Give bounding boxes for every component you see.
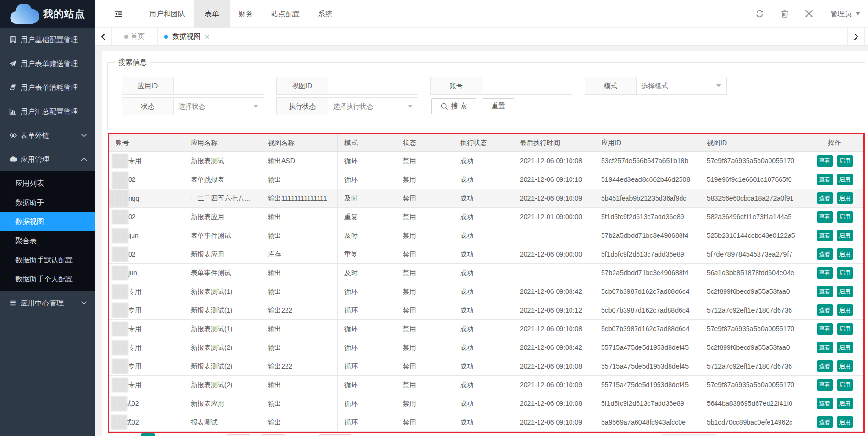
sidebar-item-0[interactable]: 用户基础配置管理 [0,28,95,52]
form-label-3: 模式 [585,77,637,95]
view-button[interactable]: 查看 [817,192,833,204]
enable-button[interactable]: 启用 [837,230,853,241]
cell-status: 禁用 [396,170,453,189]
form-text-input[interactable] [482,77,572,94]
account-text: 专用 [128,157,142,165]
user-menu[interactable]: 管理员 [830,0,860,28]
view-button[interactable]: 查看 [817,267,833,279]
enable-button[interactable]: 启用 [837,323,853,335]
view-button[interactable]: 查看 [817,304,833,316]
form-select-5[interactable]: 选择执行状态 [328,97,418,115]
form-label-5: 执行状态 [276,97,328,115]
sidebar-subitem-1[interactable]: 数据助手 [0,193,95,212]
account-text: ijun [128,232,139,239]
cell-view_name: 输出 [261,376,338,394]
enable-button[interactable]: 启用 [837,416,853,428]
trash-icon[interactable] [781,10,789,18]
topnav-item-1[interactable]: 表单 [194,0,230,28]
tab-home-label: 首页 [131,32,145,41]
form-input-0[interactable] [173,77,264,95]
sidebar-item-3[interactable]: 用户汇总配置管理 [0,100,95,123]
pagination-current-page[interactable] [141,433,155,436]
user-name: 管理员 [830,10,852,19]
table-row: ijun表单事件测试输出及时禁用成功57b2a5dbdd71bc3e490688… [109,226,863,245]
tab-home[interactable]: 首页 [112,28,158,45]
sidebar-subitem-3[interactable]: 聚合表 [0,231,95,250]
view-button[interactable]: 查看 [817,398,833,409]
enable-button[interactable]: 启用 [837,379,853,391]
sidebar-item-4[interactable]: 表单外链 [0,123,95,147]
enable-button[interactable]: 启用 [837,267,853,279]
tabs-scroll-right-button[interactable] [847,28,864,45]
reset-button[interactable]: 重置 [483,98,514,114]
cell-account: 专用 [109,282,184,301]
topnav-item-0[interactable]: 用户和团队 [140,0,194,28]
sidebar-subitem-0[interactable]: 应用列表 [0,174,95,193]
form-input-2[interactable] [482,77,572,95]
table-row: 试02新报表应用输出循环禁用成功2021-12-06 09:10:085f1d5… [109,394,863,413]
enable-button[interactable]: 启用 [837,192,853,204]
cell-app_name: 新报表测试(2) [184,357,261,376]
enable-button[interactable]: 启用 [837,211,853,223]
search-button[interactable]: 搜 索 [431,98,476,114]
sidebar-subitem-4[interactable]: 数据助手默认配置 [0,250,95,269]
cell-app_id: 5f1d5fc9f2d613c7add36e89 [594,245,700,264]
cell-account: 02 [109,208,184,226]
sidebar-item-1[interactable]: 用户表单赠送管理 [0,52,95,76]
pagination-button[interactable] [319,434,351,436]
topnav-item-4[interactable]: 系统 [309,0,341,28]
topnav-item-3[interactable]: 站点配置 [262,0,309,28]
fullscreen-icon[interactable] [805,10,813,18]
refresh-icon[interactable] [756,10,764,18]
enable-button[interactable]: 启用 [837,174,853,185]
sidebar-subitem-2[interactable]: 数据视图 [0,212,95,231]
form-text-input[interactable] [328,77,418,94]
view-button[interactable]: 查看 [817,360,833,372]
form-text-input[interactable] [174,77,264,94]
enable-button[interactable]: 启用 [837,398,853,409]
pagination-button[interactable] [662,434,716,436]
form-input-1[interactable] [328,77,418,95]
cell-view_name: 输出 [261,226,338,245]
fold-menu-icon[interactable] [115,11,122,17]
select-value: 选择模式 [637,77,726,94]
form-select-3[interactable]: 选择模式 [636,77,727,95]
sidebar-item-app-center[interactable]: 应用中心管理 [0,291,95,315]
view-button[interactable]: 查看 [817,248,833,260]
sidebar-item-5[interactable]: 应用管理 [0,147,95,171]
view-button[interactable]: 查看 [817,342,833,353]
sidebar-subitem-5[interactable]: 数据助手个人配置 [0,269,95,289]
sidebar-item-2[interactable]: 用户表单消耗管理 [0,76,95,100]
enable-button[interactable]: 启用 [837,304,853,316]
bar-chart-icon [9,108,17,115]
cell-mode: 循环 [338,152,396,170]
enable-button[interactable]: 启用 [837,248,853,260]
form-select-4[interactable]: 选择状态 [173,97,264,115]
view-button[interactable]: 查看 [817,379,833,391]
view-button[interactable]: 查看 [817,155,833,167]
view-button[interactable]: 查看 [817,174,833,185]
form-label-0: 应用ID [122,77,174,95]
topnav-item-2[interactable]: 财务 [230,0,262,28]
pagination-button[interactable] [227,434,250,436]
menu-icon [9,299,17,307]
view-button[interactable]: 查看 [817,230,833,241]
table-row: 专用新报表测试(2)输出循环禁用成功2021-12-06 09:08:42557… [109,338,863,357]
view-button[interactable]: 查看 [817,286,833,297]
enable-button[interactable]: 启用 [837,286,853,297]
tab-data-view[interactable]: 数据视图 [158,28,218,45]
view-button[interactable]: 查看 [817,211,833,223]
view-button[interactable]: 查看 [817,323,833,335]
cell-view_name: 输出 [261,208,338,226]
cell-view_name: 输出 [261,264,338,282]
cell-view_id: 5712a7c92eff1e71807d6736 [700,357,806,376]
tab-close-icon[interactable] [205,34,209,39]
redaction-patch [112,303,128,318]
enable-button[interactable]: 启用 [837,342,853,353]
enable-button[interactable]: 启用 [837,155,853,167]
view-button[interactable]: 查看 [817,416,833,428]
enable-button[interactable]: 启用 [837,360,853,372]
pagination-button[interactable] [261,434,285,436]
tabs-scroll-left-button[interactable] [95,28,112,45]
table-row: 专用新报表测试输出ASD循环禁用成功2021-12-06 09:10:0853c… [109,152,863,170]
